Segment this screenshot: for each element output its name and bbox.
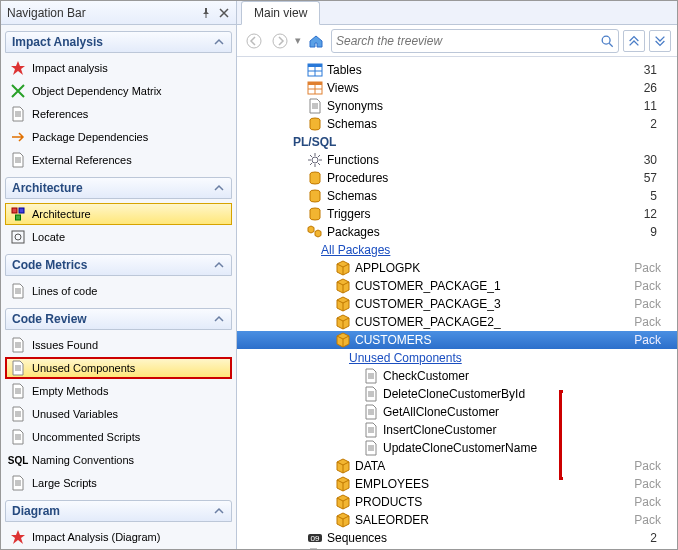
group-header[interactable]: Code Metrics — [5, 254, 232, 276]
tree-label: PL/SQL — [293, 135, 336, 149]
tree-row[interactable]: Packages9 — [237, 223, 677, 241]
tree-label: SALEORDER — [355, 513, 429, 527]
tree-label: Packages — [327, 225, 380, 239]
tree-label: PRODUCTS — [355, 495, 422, 509]
tree-row[interactable]: Schemas5 — [237, 187, 677, 205]
tree-label: Unused Components — [349, 351, 462, 365]
nav-item-label: Issues Found — [32, 339, 98, 351]
tree-row[interactable]: APPLOGPKPack — [237, 259, 677, 277]
nav-item[interactable]: Issues Found — [5, 334, 232, 356]
tree-label: Synonyms — [327, 99, 383, 113]
tree-row[interactable]: Tables31 — [237, 61, 677, 79]
tree-row[interactable]: GetAllCloneCustomer — [237, 403, 677, 421]
tree-row[interactable]: SALEORDERPack — [237, 511, 677, 529]
nav-item-label: Impact Analysis (Diagram) — [32, 531, 160, 543]
chevron-up-icon — [213, 36, 225, 48]
nav-item[interactable]: Impact analysis — [5, 57, 232, 79]
tree-row[interactable]: InsertCloneCustomer — [237, 421, 677, 439]
tree-row[interactable]: All Packages — [237, 241, 677, 259]
proc-icon — [307, 170, 323, 186]
tree-row[interactable]: CheckCustomer — [237, 367, 677, 385]
tree-row[interactable]: EMPLOYEESPack — [237, 475, 677, 493]
nav-item-label: External References — [32, 154, 132, 166]
history-dropdown-icon[interactable]: ▾ — [295, 34, 301, 47]
expand-down-button[interactable] — [649, 30, 671, 52]
nav-item-label: Impact analysis — [32, 62, 108, 74]
empty-icon — [10, 383, 26, 399]
nav-item[interactable]: Large Scripts — [5, 472, 232, 494]
collapse-up-button[interactable] — [623, 30, 645, 52]
tree-label: CUSTOMERS — [355, 333, 431, 347]
group-header[interactable]: Code Review — [5, 308, 232, 330]
nav-item[interactable]: Unused Variables — [5, 403, 232, 425]
close-icon[interactable] — [218, 7, 230, 19]
group-header[interactable]: Architecture — [5, 177, 232, 199]
group-header[interactable]: Diagram — [5, 500, 232, 522]
treeview[interactable]: Tables31Views26Synonyms11Schemas2PL/SQLF… — [237, 57, 677, 549]
method-icon — [363, 404, 379, 420]
nav-item-label: Naming Conventions — [32, 454, 134, 466]
matrix-icon — [10, 83, 26, 99]
tree-row[interactable]: Procedures57 — [237, 169, 677, 187]
nav-item-label: Empty Methods — [32, 385, 108, 397]
nav-item[interactable]: Unused Components — [5, 357, 232, 379]
search-box[interactable] — [331, 29, 619, 53]
forward-button[interactable] — [269, 30, 291, 52]
nav-item[interactable]: Uncommented Scripts — [5, 426, 232, 448]
nav-item[interactable]: Locate — [5, 226, 232, 248]
tree-label: GetAllCloneCustomer — [383, 405, 499, 419]
group-header[interactable]: Impact Analysis — [5, 31, 232, 53]
locate-icon — [10, 229, 26, 245]
tree-row[interactable]: DATAPack — [237, 457, 677, 475]
chevron-up-icon — [213, 182, 225, 194]
uncom-icon — [10, 429, 26, 445]
tree-row[interactable]: Synonyms11 — [237, 97, 677, 115]
nav-item[interactable]: Lines of code — [5, 280, 232, 302]
tree-row[interactable]: Triggers12 — [237, 205, 677, 223]
tree-row[interactable]: UpdateCloneCustomerName — [237, 439, 677, 457]
tree-row[interactable]: CUSTOMER_PACKAGE_1Pack — [237, 277, 677, 295]
home-button[interactable] — [305, 30, 327, 52]
nav-item-label: Large Scripts — [32, 477, 97, 489]
method-icon — [363, 368, 379, 384]
extref-icon — [10, 152, 26, 168]
tree-row[interactable]: Unused Components — [237, 349, 677, 367]
back-button[interactable] — [243, 30, 265, 52]
tree-row[interactable]: Functions30 — [237, 151, 677, 169]
method-icon — [363, 440, 379, 456]
nav-item[interactable]: Architecture — [5, 203, 232, 225]
tree-label: Tables — [327, 63, 362, 77]
tree-row[interactable]: Views26 — [237, 79, 677, 97]
tab-main-view[interactable]: Main view — [241, 1, 320, 25]
nav-item-label: Object Dependency Matrix — [32, 85, 162, 97]
nav-item[interactable]: Package Dependencies — [5, 126, 232, 148]
nav-item[interactable]: External References — [5, 149, 232, 171]
view-icon — [307, 80, 323, 96]
nav-item[interactable]: Empty Methods — [5, 380, 232, 402]
nav-item[interactable]: Object Dependency Matrix — [5, 80, 232, 102]
tree-row[interactable]: CUSTOMER_PACKAGE_3Pack — [237, 295, 677, 313]
nav-item[interactable]: SQLNaming Conventions — [5, 449, 232, 471]
tree-row[interactable]: Sequences2 — [237, 529, 677, 547]
tree-type-label: Pack — [634, 297, 663, 311]
tree-section[interactable]: PL/SQL — [237, 133, 677, 151]
tree-row[interactable]: Schemas2 — [237, 115, 677, 133]
impact-icon — [10, 60, 26, 76]
tree-row[interactable]: CUSTOMERSPack — [237, 331, 677, 349]
search-icon[interactable] — [600, 34, 614, 48]
search-input[interactable] — [336, 34, 600, 48]
ref-icon — [10, 106, 26, 122]
tree-row[interactable]: DeleteCloneCustomerById — [237, 385, 677, 403]
tree-row[interactable]: CUSTOMER_PACKAGE2_Pack — [237, 313, 677, 331]
method-icon — [363, 422, 379, 438]
pin-icon[interactable] — [200, 7, 212, 19]
nav-item[interactable]: Impact Analysis (Diagram) — [5, 526, 232, 548]
lines-icon — [10, 283, 26, 299]
tab-strip: Main view — [237, 1, 677, 25]
tree-label: Functions — [327, 153, 379, 167]
tree-row[interactable]: PRODUCTSPack — [237, 493, 677, 511]
tree-count: 12 — [644, 207, 663, 221]
nav-item[interactable]: References — [5, 103, 232, 125]
tree-row[interactable]: Files13 — [237, 547, 677, 549]
tree-count: 31 — [644, 63, 663, 77]
